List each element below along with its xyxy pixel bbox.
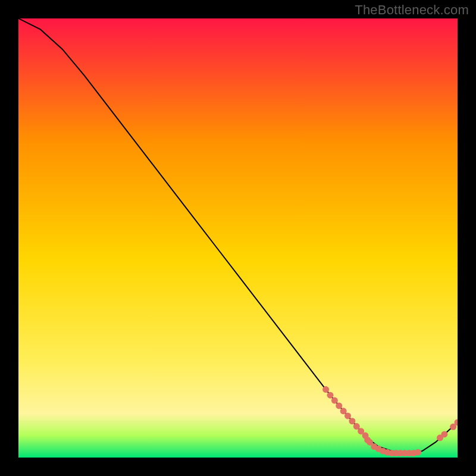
data-marker bbox=[415, 449, 421, 456]
data-marker bbox=[322, 386, 329, 393]
data-marker bbox=[441, 431, 447, 437]
plot-area bbox=[18, 18, 458, 458]
data-marker bbox=[349, 418, 355, 424]
watermark-text: TheBottleneck.com bbox=[355, 2, 469, 18]
data-marker bbox=[340, 408, 347, 414]
data-marker bbox=[336, 402, 342, 409]
chart-stage: TheBottleneck.com bbox=[0, 0, 476, 476]
data-marker bbox=[345, 412, 351, 419]
data-marker bbox=[327, 392, 333, 399]
data-marker bbox=[353, 423, 360, 430]
data-marker bbox=[331, 397, 338, 404]
chart-svg bbox=[18, 18, 458, 458]
gradient-background bbox=[18, 18, 458, 458]
